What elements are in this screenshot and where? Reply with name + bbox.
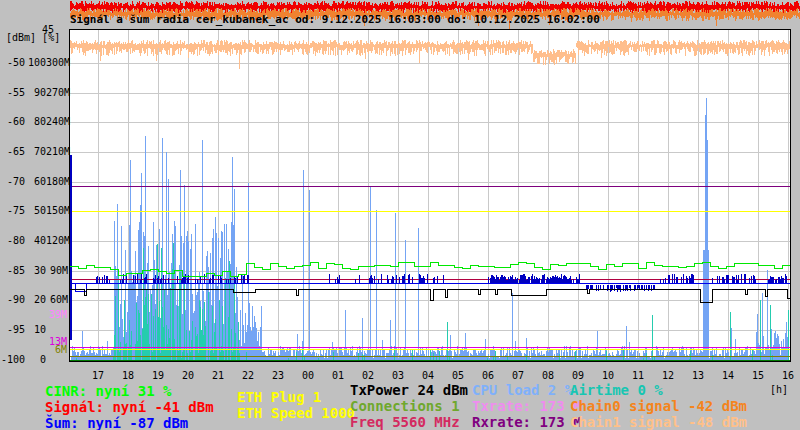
y-axis-pct-label: 90 — [25, 87, 46, 98]
y-axis-pct-label: 40 — [25, 235, 46, 246]
legend-item: Connections 1 — [350, 398, 460, 414]
legend-item: Signál: nyní -41 dBm — [45, 399, 214, 415]
y-axis-rate-label: 270M — [46, 87, 68, 98]
y-axis-rate-label: 60M — [46, 294, 68, 305]
legend-item: CINR: nyní 31 % — [45, 383, 171, 399]
y-axis-pct-label: 70 — [25, 146, 46, 157]
y-axis-unit-label: [dBm] [%] — [6, 32, 60, 43]
y-axis-pct-label: 100 — [25, 57, 46, 68]
legend-item: Txrate: 173 M — [472, 398, 582, 414]
x-axis-hour-label: 13 — [688, 370, 708, 381]
x-axis-hour-label: 03 — [388, 370, 408, 381]
x-axis-hour-label: 08 — [538, 370, 558, 381]
x-axis-hour-label: 11 — [628, 370, 648, 381]
y-axis-rate-label: 210M — [46, 146, 68, 157]
legend-item: Chain1 signal -48 dBm — [570, 414, 747, 430]
y-axis-rate-label: 180M — [46, 176, 68, 187]
legend-item: Airtime 0 % — [570, 382, 663, 398]
x-axis-hour-label: 16 — [778, 370, 798, 381]
y-axis-pct-label: 80 — [25, 116, 46, 127]
y-axis-rate-label: 90M — [46, 265, 68, 276]
rate-mark-39m: 39M — [0, 309, 67, 320]
y-axis-dbm-label: -65 — [0, 146, 25, 157]
x-axis-unit-label: [h] — [770, 384, 794, 395]
x-axis-hour-label: 04 — [418, 370, 438, 381]
x-axis-hour-label: 20 — [178, 370, 198, 381]
x-axis-hour-label: 18 — [118, 370, 138, 381]
x-axis-hour-label: 02 — [358, 370, 378, 381]
legend-item: CPU load 2 % — [472, 382, 573, 398]
y-axis-dbm-label: -60 — [0, 116, 25, 127]
x-axis-hour-label: 19 — [148, 370, 168, 381]
x-axis-hour-label: 06 — [478, 370, 498, 381]
x-axis-hour-label: 22 — [238, 370, 258, 381]
legend-item: Rxrate: 173 M — [472, 414, 582, 430]
y-axis-dbm-label: -55 — [0, 87, 25, 98]
legend-item: Šum: nyní -87 dBm — [45, 415, 188, 430]
x-axis-hour-label: 05 — [448, 370, 468, 381]
y-axis-pct-label: 50 — [25, 205, 46, 216]
x-axis-hour-label: 15 — [748, 370, 768, 381]
y-axis-pct-label: 30 — [25, 265, 46, 276]
plot-canvas — [0, 0, 800, 430]
legend-item: ETH Speed 1000 — [237, 405, 355, 421]
rate-mark-6m: 6M — [0, 344, 67, 355]
y-axis-rate-label: 120M — [46, 235, 68, 246]
x-axis-hour-label: 10 — [598, 370, 618, 381]
x-axis-hour-label: 21 — [208, 370, 228, 381]
x-axis-hour-label: 14 — [718, 370, 738, 381]
x-axis-hour-label: 07 — [508, 370, 528, 381]
legend-item: Freq 5560 MHz — [350, 414, 460, 430]
x-axis-hour-label: 12 — [658, 370, 678, 381]
monitoring-graph: Signál a šum radia cer_kubanek_ac od: 9.… — [0, 0, 800, 430]
y-axis-pct-label: 20 — [25, 294, 46, 305]
y-axis-dbm-label: -75 — [0, 205, 25, 216]
legend-item: ETH Plug 1 — [237, 389, 321, 405]
y-axis-rate-label: 240M — [46, 116, 68, 127]
x-axis-hour-label: 00 — [298, 370, 318, 381]
legend-item: TxPower 24 dBm — [350, 382, 468, 398]
y-axis-dbm-label: -85 — [0, 265, 25, 276]
graph-title: Signál a šum radia cer_kubanek_ac od: 9.… — [70, 13, 600, 26]
x-axis-hour-label: 17 — [88, 370, 108, 381]
y-axis-rate-label: 150M — [46, 205, 68, 216]
y-axis-pct-label: 0 — [25, 354, 46, 365]
y-axis-dbm-label: -80 — [0, 235, 25, 246]
y-axis-rate-label: 300M — [46, 57, 68, 68]
y-axis-dbm-label: -50 — [0, 57, 25, 68]
x-axis-hour-label: 23 — [268, 370, 288, 381]
y-axis-pct-label: 60 — [25, 176, 46, 187]
x-axis-hour-label: 01 — [328, 370, 348, 381]
y-axis-dbm-label: -70 — [0, 176, 25, 187]
y-axis-dbm-label: -90 — [0, 294, 25, 305]
legend-item: Chain0 signal -42 dBm — [570, 398, 747, 414]
x-axis-hour-label: 09 — [568, 370, 588, 381]
y-axis-pct-label: 10 — [25, 324, 46, 335]
y-axis-dbm-label: -95 — [0, 324, 25, 335]
y-axis-dbm-label: -100 — [0, 354, 25, 365]
